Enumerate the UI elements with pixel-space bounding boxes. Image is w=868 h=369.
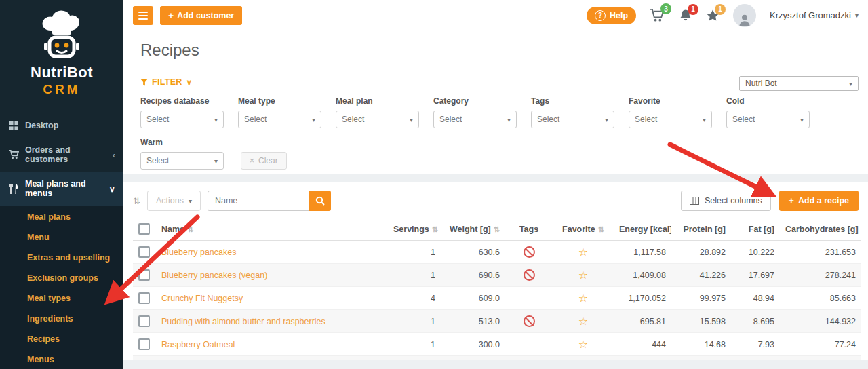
logo: NutriBot CRM: [0, 0, 123, 104]
row-checkbox[interactable]: [138, 338, 150, 350]
avatar[interactable]: [733, 4, 756, 27]
caret-down-icon: ▾: [855, 12, 859, 19]
fat-cell: 8.695: [731, 310, 780, 333]
favorite-star-icon[interactable]: ☆: [578, 315, 588, 327]
weight-cell: 690.6: [441, 264, 505, 287]
table-toolbar: ⇅ Actions ▾ Select columns + Add a recip…: [133, 191, 859, 211]
header-favorite[interactable]: Favorite⇅: [553, 218, 614, 241]
caret-down-icon: ▾: [605, 116, 608, 123]
filter-select-warm[interactable]: Select▾: [140, 152, 224, 170]
search-input[interactable]: [208, 191, 309, 211]
weight-cell: 311.0: [441, 356, 505, 361]
star-icon[interactable]: 1: [706, 9, 719, 22]
sidebar-item-exclusion-groups[interactable]: Exclusion groups: [0, 268, 123, 288]
protein-cell: 99.975: [671, 287, 731, 310]
recipe-name-link[interactable]: Pudding with almond butter and raspberri…: [161, 317, 326, 326]
cart-icon[interactable]: 3: [650, 8, 665, 22]
select-columns-button[interactable]: Select columns: [681, 191, 771, 211]
favorite-star-icon[interactable]: ☆: [578, 246, 588, 258]
logo-title: NutriBot: [0, 64, 123, 81]
header-name[interactable]: Name⇅: [156, 218, 388, 241]
filter-select-recipes-database[interactable]: Select▾: [140, 111, 224, 128]
hamburger-menu-icon[interactable]: [133, 6, 153, 25]
sidebar-item-recipes[interactable]: Recipes: [0, 329, 123, 349]
header-carbohydrates[interactable]: Carbohydrates [g]: [780, 218, 861, 241]
filter-label-warm: Warm: [140, 138, 224, 147]
recipes-table-body: Blueberry pancakes 1 630.6 ☆ 1,117.58 28…: [133, 241, 861, 361]
clear-filter-button[interactable]: × Clear: [241, 152, 287, 170]
caret-down-icon: ▾: [703, 116, 706, 123]
recipe-name-link[interactable]: Blueberry pancakes: [161, 248, 236, 257]
recipe-name-link[interactable]: Blueberry pancakes (vegan): [161, 271, 267, 280]
plus-icon: +: [168, 10, 174, 21]
sidebar-item-orders-and-customers[interactable]: Orders and customers ‹: [0, 138, 123, 172]
sidebar-item-label: Desktop: [25, 121, 58, 130]
add-customer-button[interactable]: + Add customer: [160, 6, 242, 25]
page-head: Recipes: [123, 31, 868, 69]
filter-select-category[interactable]: Select▾: [433, 111, 517, 128]
help-button[interactable]: ? Help: [587, 7, 636, 24]
sort-icon: ⇅: [598, 225, 604, 233]
sidebar-item-ingredients[interactable]: Ingredients: [0, 309, 123, 329]
row-checkbox[interactable]: [138, 315, 150, 327]
cart-badge: 3: [660, 3, 671, 14]
sidebar-item-menu[interactable]: Menu: [0, 227, 123, 248]
filter-panel: FILTER ∨ Nutri Bot ▾ Recipes database Se…: [123, 69, 868, 174]
actions-button[interactable]: Actions ▾: [147, 191, 201, 211]
favorite-star-icon[interactable]: ☆: [578, 292, 588, 304]
user-menu[interactable]: Krzysztof Gromadzki ▾: [770, 10, 859, 20]
row-checkbox[interactable]: [138, 292, 150, 304]
filter-label-cold: Cold: [726, 96, 810, 106]
alerts-badge: 1: [715, 4, 726, 15]
nutribot-robot-logo-icon: [36, 8, 87, 60]
favorite-star-icon[interactable]: ☆: [578, 338, 588, 350]
sidebar-item-extras-and-upselling[interactable]: Extras and upselling: [0, 248, 123, 268]
caret-down-icon: ▾: [214, 116, 218, 123]
energy-cell: 1,117.58: [614, 241, 671, 264]
bell-icon[interactable]: 1: [679, 9, 692, 22]
sort-icon: ⇅: [432, 225, 438, 233]
recipe-name-link[interactable]: Crunchy Fit Nuggetsy: [161, 294, 243, 303]
row-checkbox[interactable]: [138, 269, 150, 281]
sidebar-item-meal-plans[interactable]: Meal plans: [0, 207, 123, 227]
servings-cell: 1: [388, 264, 441, 287]
servings-cell: 1: [388, 241, 441, 264]
filter-select-meal-type[interactable]: Select▾: [238, 111, 321, 128]
sidebar-item-desktop[interactable]: Desktop: [0, 113, 123, 138]
sidebar-submenu: Meal plansMenuExtras and upsellingExclus…: [0, 206, 123, 369]
filter-label-meal-plan: Meal plan: [336, 96, 419, 106]
filter-select-cold[interactable]: Select▾: [726, 111, 810, 128]
energy-cell: 1,409.08: [614, 264, 671, 287]
header-protein[interactable]: Protein [g]: [671, 218, 731, 241]
recipes-table-panel: ⇅ Actions ▾ Select columns + Add a recip…: [123, 182, 868, 360]
profile-select[interactable]: Nutri Bot ▾: [739, 76, 859, 91]
filter-select-favorite[interactable]: Select▾: [629, 111, 712, 128]
carbohydrates-cell: 231.653: [780, 241, 861, 264]
search-button[interactable]: [309, 191, 331, 211]
table-row: Blueberry pancakes (vegan) 1 690.6 ☆ 1,4…: [133, 264, 861, 287]
grid-icon: [8, 121, 19, 130]
table-row: Salad with Mozzarella, Pekan Walnuts and…: [133, 356, 861, 361]
sidebar-item-menus[interactable]: Menus: [0, 349, 123, 369]
favorite-star-icon[interactable]: ☆: [578, 269, 588, 281]
filter-label-category: Category: [433, 96, 517, 106]
header-fat[interactable]: Fat [g]: [731, 218, 780, 241]
sidebar-item-label: Meal plans and menus: [25, 179, 102, 198]
filter-select-meal-plan[interactable]: Select▾: [336, 111, 419, 128]
select-all-checkbox[interactable]: [138, 223, 150, 235]
fat-cell: 7.93: [731, 333, 780, 356]
filter-select-tags[interactable]: Select▾: [531, 111, 614, 128]
header-energy[interactable]: Energy [kcal]: [614, 218, 671, 241]
add-recipe-button[interactable]: + Add a recipe: [779, 191, 859, 211]
sidebar-item-meal-plans-and-menus[interactable]: Meal plans and menus ∨: [0, 172, 123, 206]
columns-icon: [690, 197, 699, 205]
header-weight[interactable]: Weight [g]⇅: [441, 218, 505, 241]
recipe-name-link[interactable]: Raspberry Oatmeal: [161, 340, 235, 349]
search-icon: [315, 196, 325, 206]
filter-label-recipes-database: Recipes database: [140, 96, 224, 106]
sidebar-item-meal-types[interactable]: Meal types: [0, 288, 123, 309]
header-servings[interactable]: Servings⇅: [388, 218, 441, 241]
carbohydrates-cell: 278.241: [780, 264, 861, 287]
row-checkbox[interactable]: [138, 246, 150, 258]
sort-order-icon[interactable]: ⇅: [133, 196, 140, 206]
